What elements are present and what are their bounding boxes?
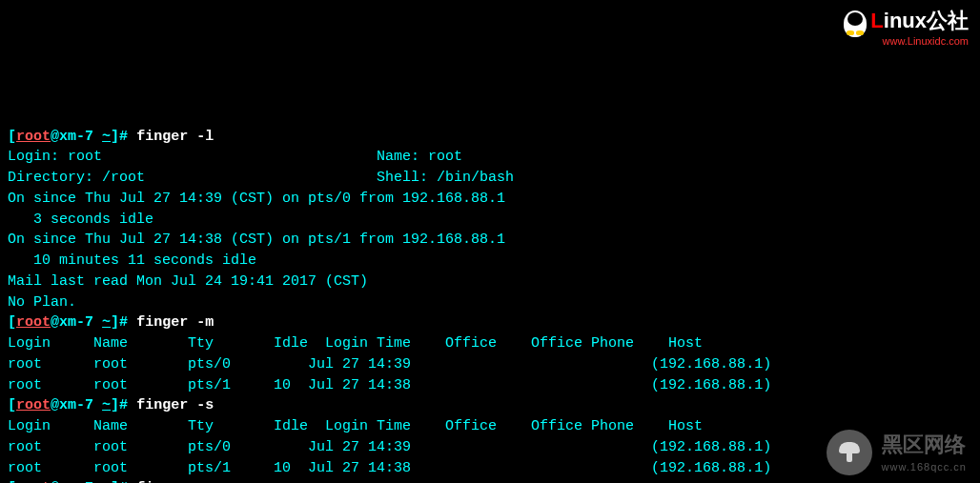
mushroom-icon bbox=[839, 442, 860, 463]
brand-url: www.Linuxidc.com bbox=[844, 34, 969, 50]
prompt-user: root bbox=[16, 129, 51, 145]
bottom-watermark-url: www.168qcc.cn bbox=[882, 460, 967, 475]
prompt-user: root bbox=[16, 314, 51, 331]
command-input[interactable]: finger -l bbox=[136, 129, 214, 145]
prompt-user: root bbox=[16, 397, 51, 413]
linux-watermark: Linux公社 www.Linuxidc.com bbox=[844, 6, 969, 50]
table-row: root root pts/1 10 Jul 27 14:38 (192.168… bbox=[8, 375, 972, 396]
tux-icon bbox=[844, 10, 867, 37]
brand-letter: L bbox=[870, 9, 883, 32]
heiqu-watermark: 黑区网络 www.168qcc.cn bbox=[827, 430, 967, 475]
prompt-host: xm-7 bbox=[59, 314, 93, 331]
prompt-host: xm-7 bbox=[59, 129, 93, 145]
command-input[interactable]: finger -m bbox=[136, 314, 214, 331]
prompt-cwd: ~ bbox=[102, 314, 111, 331]
table-row: root root pts/0 Jul 27 14:39 (192.168.88… bbox=[8, 354, 972, 375]
command-input[interactable]: finger -s bbox=[136, 397, 214, 413]
prompt-host: xm-7 bbox=[59, 397, 93, 413]
prompt-cwd: ~ bbox=[102, 129, 111, 145]
prompt-cwd: ~ bbox=[102, 397, 111, 413]
brand-rest: inux公社 bbox=[884, 9, 969, 32]
mushroom-badge-icon bbox=[827, 430, 872, 475]
bottom-watermark-title: 黑区网络 bbox=[882, 430, 967, 460]
